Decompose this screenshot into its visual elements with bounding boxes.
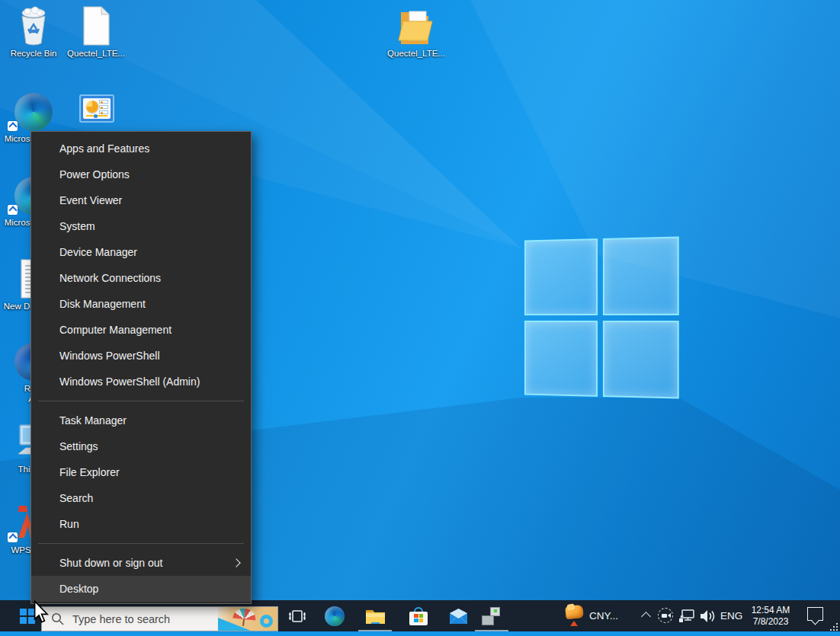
menu-item-computer-management[interactable]: Computer Management [31,317,251,343]
tray-stock-label[interactable]: CNY... [589,600,618,631]
desktop-icon-quectel-folder[interactable]: Quectel_LTE... [384,5,448,59]
recycle-bin-icon [2,5,66,46]
menu-item-task-manager[interactable]: Task Manager [31,407,251,433]
taskbar-edge-button[interactable] [318,600,351,631]
menu-separator [38,543,244,544]
taskbar-search-box[interactable]: Type here to search [41,606,278,631]
search-icon [51,612,64,625]
microsoft-store-icon [409,607,428,625]
volume-tray-button[interactable] [697,600,717,631]
shortcut-arrow-icon [8,205,18,215]
menu-item-shut-down-or-sign-out[interactable]: Shut down or sign out [31,550,251,576]
folder-icon [384,5,448,46]
menu-item-windows-powershell[interactable]: Windows PowerShell [31,343,251,369]
clock-date: 7/8/2023 [753,616,789,628]
menu-item-file-explorer[interactable]: File Explorer [31,459,251,485]
taskbar-store-button[interactable] [402,600,435,631]
clock-time: 12:54 AM [752,605,790,616]
menu-item-event-viewer[interactable]: Event Viewer [31,187,251,213]
shortcut-arrow-icon [8,532,18,542]
menu-separator [38,401,244,401]
menu-item-settings[interactable]: Settings [31,433,251,459]
taskbar: Type here to search [0,600,840,631]
windows-logo-pane [602,321,678,399]
task-view-button[interactable] [281,600,314,631]
menu-item-windows-powershell-admin[interactable]: Windows PowerShell (Admin) [31,369,251,395]
task-view-icon [288,607,306,625]
hardware-tool-icon [482,607,502,625]
menu-item-device-manager[interactable]: Device Manager [31,239,251,265]
taskbar-device-tool-button[interactable] [474,600,509,631]
network-tray-button[interactable] [677,600,697,631]
tray-stock-app-icon[interactable] [566,605,584,626]
menu-item-apps-and-features[interactable]: Apps and Features [31,136,251,161]
taskbar-file-explorer-button[interactable] [357,600,393,631]
edge-icon [2,90,66,131]
mouse-cursor [32,600,50,625]
language-indicator[interactable]: ENG [720,600,742,631]
file-explorer-icon [365,607,386,625]
menu-item-run[interactable]: Run [31,511,251,537]
start-button[interactable] [0,600,37,631]
submenu-chevron-icon [232,558,240,567]
windows-desktop: Recycle Bin Quectel_LTE... Quectel_LTE..… [0,0,840,636]
menu-item-desktop[interactable]: Desktop [31,576,251,602]
ethernet-network-icon [678,609,695,624]
desktop-icon-recycle-bin[interactable]: Recycle Bin [2,5,66,59]
action-center-icon[interactable] [807,607,823,621]
edge-icon [325,606,345,626]
control-panel-icon [83,98,111,119]
menu-item-disk-management[interactable]: Disk Management [31,291,251,317]
menu-item-power-options[interactable]: Power Options [31,161,251,187]
winx-context-menu: Apps and Features Power Options Event Vi… [30,131,252,604]
desktop-icon-label: Recycle Bin [2,48,66,59]
windows-logo-pane [524,320,598,396]
mail-icon [448,608,469,625]
desktop-icon-quectel-document[interactable]: Quectel_LTE... [64,5,128,59]
screen-bottom-strip [0,631,840,636]
desktop-icon-label: Quectel_LTE... [384,48,448,59]
search-placeholder: Type here to search [72,613,170,625]
meet-now-icon[interactable] [658,608,673,623]
shortcut-arrow-icon [8,121,18,131]
search-highlight-beach-image [218,607,277,631]
windows-logo-wallpaper [524,237,679,399]
speaker-volume-icon [699,609,716,624]
taskbar-mail-button[interactable] [441,600,475,631]
menu-item-network-connections[interactable]: Network Connections [31,265,251,291]
tray-show-hidden-icons-chevron[interactable] [641,612,651,622]
document-icon [64,5,128,46]
menu-item-system[interactable]: System [31,213,251,239]
menu-item-search[interactable]: Search [31,485,251,511]
taskbar-clock[interactable]: 12:54 AM 7/8/2023 [747,600,794,631]
windows-logo-pane [524,238,598,315]
desktop-icon-control-panel-tool[interactable] [79,94,114,123]
desktop-icon-label: Quectel_LTE... [64,48,128,59]
windows-logo-pane [602,237,678,315]
